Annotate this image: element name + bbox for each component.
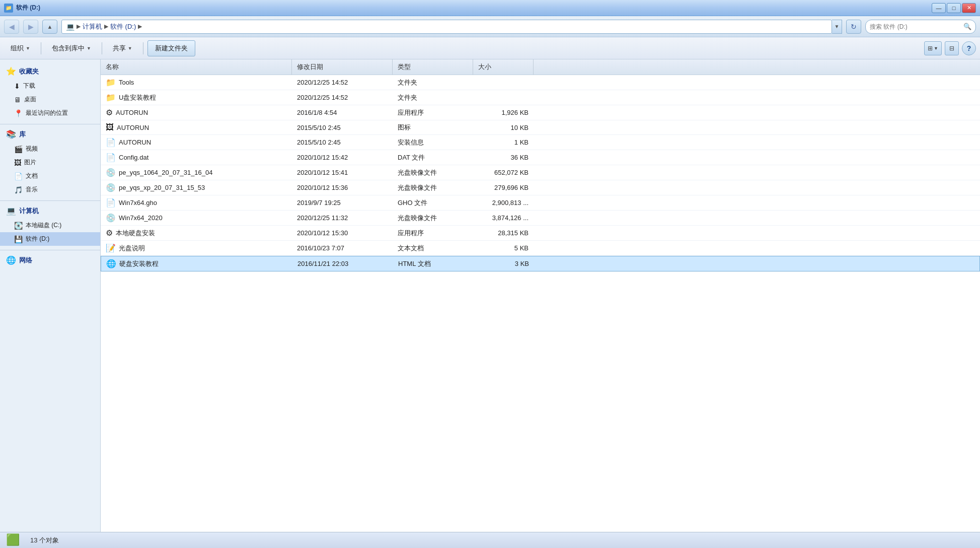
file-row[interactable]: 💿Win7x64_20202020/12/25 11:32光盘映像文件3,874…: [101, 211, 980, 226]
file-name-cell: 📄AUTORUN: [101, 135, 292, 150]
sidebar-library-header[interactable]: 📚 库: [0, 126, 100, 142]
file-row[interactable]: 🌐硬盘安装教程2016/11/21 22:03HTML 文档3 KB: [101, 256, 980, 271]
desktop-icon: 🖥: [14, 96, 21, 104]
back-button[interactable]: ◀: [4, 20, 19, 34]
file-name: 硬盘安装教程: [119, 259, 159, 268]
path-drive[interactable]: 软件 (D:): [110, 22, 136, 31]
file-row[interactable]: ⚙本地硬盘安装2020/10/12 15:30应用程序28,315 KB: [101, 226, 980, 241]
file-row[interactable]: 📄Win7x64.gho2019/9/7 19:25GHO 文件2,900,81…: [101, 195, 980, 211]
help-button[interactable]: ?: [962, 41, 976, 55]
file-name-cell: 📁Tools: [101, 75, 292, 90]
file-type-cell: 图标: [393, 120, 473, 134]
file-type-cell: 文件夹: [393, 75, 473, 90]
file-modified-cell: 2020/10/12 15:41: [292, 165, 393, 180]
file-row[interactable]: 💿pe_yqs_1064_20_07_31_16_042020/10/12 15…: [101, 165, 980, 180]
sidebar-item-downloads[interactable]: ⬇ 下载: [0, 79, 100, 93]
col-size[interactable]: 大小: [473, 59, 534, 75]
view-dropdown-icon: ▼: [934, 46, 938, 51]
close-button[interactable]: ✕: [962, 3, 976, 13]
organize-button[interactable]: 组织 ▼: [4, 40, 37, 56]
new-folder-button[interactable]: 新建文件夹: [147, 40, 195, 56]
file-row[interactable]: 📄Config.dat2020/10/12 15:42DAT 文件36 KB: [101, 150, 980, 165]
col-name[interactable]: 名称: [101, 59, 292, 75]
file-type-icon: 💿: [106, 213, 116, 223]
search-icon[interactable]: 🔍: [963, 23, 971, 30]
sidebar-divider-3: [0, 250, 100, 250]
file-row[interactable]: 🖼AUTORUN2015/5/10 2:45图标10 KB: [101, 120, 980, 135]
file-type-icon: 📄: [106, 138, 116, 147]
share-arrow: ▼: [128, 46, 132, 51]
col-modified[interactable]: 修改日期: [292, 59, 393, 75]
address-dropdown-arrow[interactable]: ▼: [832, 20, 842, 34]
file-modified-cell: 2016/10/23 7:07: [292, 241, 393, 255]
file-row[interactable]: 📁U盘安装教程2020/12/25 14:52文件夹: [101, 90, 980, 105]
favorites-label: 收藏夹: [19, 67, 39, 76]
sidebar-item-documents[interactable]: 📄 文档: [0, 169, 100, 183]
up-button[interactable]: ▲: [42, 20, 57, 34]
toolbar-right: ⊞ ▼ ⊟ ?: [924, 41, 976, 55]
file-name: Win7x64_2020: [119, 214, 163, 222]
file-size-cell: [473, 90, 534, 105]
address-path[interactable]: 💻 ▶ 计算机 ▶ 软件 (D:) ▶: [61, 20, 832, 34]
col-type[interactable]: 类型: [393, 59, 473, 75]
file-size-cell: [473, 75, 534, 90]
window-title: 软件 (D:): [16, 4, 40, 12]
documents-icon: 📄: [14, 172, 23, 180]
sidebar-network-header[interactable]: 🌐 网络: [0, 252, 100, 268]
file-row[interactable]: 📝光盘说明2016/10/23 7:07文本文档5 KB: [101, 241, 980, 256]
search-box[interactable]: 🔍: [865, 20, 976, 34]
sidebar-section-computer: 💻 计算机 💽 本地磁盘 (C:) 💾 软件 (D:): [0, 203, 100, 246]
sidebar-item-pictures[interactable]: 🖼 图片: [0, 156, 100, 169]
file-type-cell: 光盘映像文件: [393, 180, 473, 195]
sidebar-favorites-header[interactable]: ⭐ 收藏夹: [0, 63, 100, 79]
sidebar-computer-header[interactable]: 💻 计算机: [0, 203, 100, 219]
add-to-library-button[interactable]: 包含到库中 ▼: [45, 40, 98, 56]
refresh-button[interactable]: ↻: [846, 20, 861, 34]
file-type-cell: HTML 文档: [393, 256, 474, 271]
view-options-button[interactable]: ⊞ ▼: [924, 41, 942, 55]
share-button[interactable]: 共享 ▼: [106, 40, 139, 56]
sidebar-item-recent[interactable]: 📍 最近访问的位置: [0, 106, 100, 120]
file-modified-cell: 2020/10/12 15:42: [292, 150, 393, 165]
sidebar-item-drive-c[interactable]: 💽 本地磁盘 (C:): [0, 219, 100, 232]
file-row[interactable]: 📄AUTORUN2015/5/10 2:45安装信息1 KB: [101, 135, 980, 150]
file-size-cell: 28,315 KB: [473, 226, 534, 240]
file-type-cell: 光盘映像文件: [393, 165, 473, 180]
network-label: 网络: [19, 256, 32, 265]
sidebar-item-drive-d[interactable]: 💾 软件 (D:): [0, 232, 100, 246]
path-computer[interactable]: 计算机: [83, 22, 102, 31]
file-list: 📁Tools2020/12/25 14:52文件夹📁U盘安装教程2020/12/…: [101, 75, 980, 271]
file-row[interactable]: 💿pe_yqs_xp_20_07_31_15_532020/10/12 15:3…: [101, 180, 980, 195]
file-modified-cell: 2016/11/21 22:03: [292, 256, 393, 271]
search-input[interactable]: [870, 23, 961, 30]
sidebar-item-video[interactable]: 🎬 视频: [0, 142, 100, 156]
music-icon: 🎵: [14, 186, 23, 194]
status-app-icon: 🟩: [6, 533, 20, 547]
forward-button[interactable]: ▶: [23, 20, 38, 34]
file-name-cell: 💿pe_yqs_1064_20_07_31_16_04: [101, 165, 292, 180]
view-icon: ⊞: [928, 45, 933, 52]
minimize-button[interactable]: —: [932, 3, 946, 13]
file-type-icon: 🖼: [106, 123, 114, 132]
file-type-icon: ⚙: [106, 228, 113, 238]
file-row[interactable]: ⚙AUTORUN2016/1/8 4:54应用程序1,926 KB: [101, 105, 980, 120]
sidebar-item-desktop[interactable]: 🖥 桌面: [0, 93, 100, 106]
file-name: Config.dat: [119, 154, 148, 161]
title-bar: 📁 软件 (D:) — □ ✕: [0, 0, 980, 16]
view-toggle-button[interactable]: ⊟: [945, 41, 959, 55]
file-name: Win7x64.gho: [119, 199, 157, 207]
drive-d-label: 软件 (D:): [26, 235, 49, 243]
file-size-cell: 5 KB: [473, 241, 534, 255]
file-modified-cell: 2016/1/8 4:54: [292, 105, 393, 120]
maximize-button[interactable]: □: [947, 3, 961, 13]
file-row[interactable]: 📁Tools2020/12/25 14:52文件夹: [101, 75, 980, 90]
file-area[interactable]: 名称 修改日期 类型 大小 📁Tools2020/12/25 14:52文件夹📁…: [101, 59, 980, 532]
file-modified-cell: 2015/5/10 2:45: [292, 120, 393, 134]
file-name-cell: 🖼AUTORUN: [101, 120, 292, 134]
downloads-label: 下载: [23, 82, 35, 90]
file-type-icon: 📄: [106, 153, 116, 162]
desktop-label: 桌面: [24, 95, 36, 104]
sidebar-item-music[interactable]: 🎵 音乐: [0, 183, 100, 196]
main-layout: ⭐ 收藏夹 ⬇ 下载 🖥 桌面 📍 最近访问的位置 📚 库: [0, 59, 980, 532]
file-type-icon: 📁: [106, 93, 116, 102]
